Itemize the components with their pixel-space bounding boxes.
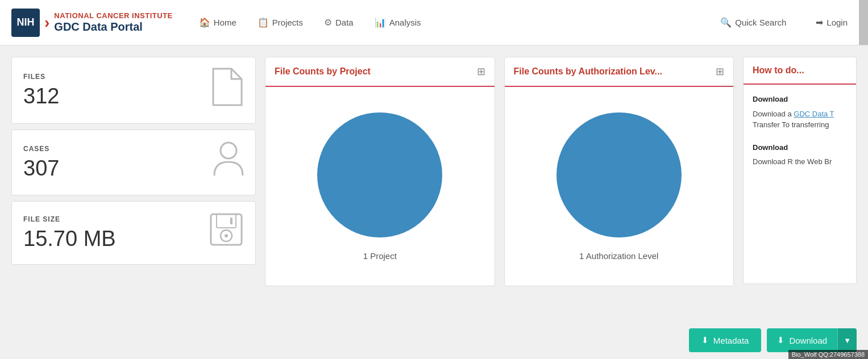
howto-section-1-text-after: Transfer To transferring [753, 120, 829, 129]
nav-data-label: Data [335, 18, 354, 27]
files-stat-card: FILES 312 [11, 57, 256, 124]
home-icon: 🏠 [199, 17, 210, 28]
login-icon: ➡ [816, 17, 823, 28]
howto-title: How to do... [753, 65, 804, 75]
howto-section-1-link[interactable]: GDC Data T [794, 110, 834, 118]
filesize-stat-info: FILE SIZE 15.70 MB [23, 215, 116, 251]
download-label: Download [789, 336, 827, 345]
chart-by-project-title: File Counts by Project [275, 66, 371, 77]
filesize-label: FILE SIZE [23, 215, 116, 223]
nav-links: 🏠 Home 📋 Projects ⚙ Data 📊 Analysis [190, 12, 711, 32]
chart-by-auth-body: 1 Authorization Level [505, 87, 734, 286]
metadata-icon: ⬇ [701, 335, 709, 345]
analysis-icon: 📊 [375, 17, 386, 28]
download-dropdown-button[interactable]: ▼ [837, 328, 857, 352]
download-icon: ⬇ [777, 335, 784, 345]
main-content: FILES 312 CASES 307 [0, 45, 868, 359]
brand-bottom: GDC Data Portal [54, 20, 172, 34]
howto-section-1-text: Download a GDC Data T Transfer To transf… [753, 108, 847, 131]
nav-analysis-label: Analysis [389, 18, 421, 27]
scrollbar[interactable] [859, 0, 868, 45]
projects-icon: 📋 [258, 17, 269, 28]
files-label: FILES [23, 73, 59, 81]
cases-stat-info: CASES 307 [23, 145, 59, 181]
svg-point-4 [225, 234, 228, 237]
login-label: Login [827, 18, 848, 27]
disk-icon [209, 212, 244, 254]
metadata-button[interactable]: ⬇ Metadata [689, 328, 762, 352]
quick-search-label: Quick Search [735, 18, 786, 27]
cases-value: 307 [23, 156, 59, 181]
chart-by-project-header: File Counts by Project ⊞ [265, 57, 495, 87]
svg-point-0 [221, 143, 236, 158]
cases-label: CASES [23, 145, 59, 153]
chart-by-project: File Counts by Project ⊞ 1 Project [265, 57, 495, 286]
howto-section-1-title: Download [753, 94, 847, 105]
chart-by-auth-table-icon[interactable]: ⊞ [716, 65, 724, 78]
filesize-value: 15.70 MB [23, 227, 116, 251]
svg-rect-5 [230, 218, 232, 224]
stats-column: FILES 312 CASES 307 [11, 57, 256, 265]
howto-header: How to do... [744, 57, 856, 85]
pie-circle-project [317, 112, 442, 237]
chart-by-auth-pie [556, 112, 682, 237]
file-icon [210, 68, 244, 113]
quick-search-link[interactable]: 🔍 Quick Search [711, 12, 795, 32]
brand-top: NATIONAL CANCER INSTITUTE [54, 11, 172, 20]
howto-section-2: Download Download R the Web Br [753, 142, 847, 168]
howto-panel: How to do... Download Download a GDC Dat… [743, 57, 857, 284]
nav-home-label: Home [214, 18, 236, 27]
watermark: Bio_Wolf QQ:2749657388 [788, 350, 868, 359]
nav-data[interactable]: ⚙ Data [315, 12, 363, 32]
chart-by-project-table-icon[interactable]: ⊞ [477, 65, 485, 78]
nav-home[interactable]: 🏠 Home [190, 12, 246, 32]
filesize-stat-card: FILE SIZE 15.70 MB [11, 201, 256, 265]
download-button[interactable]: ⬇ Download [767, 328, 837, 352]
data-icon: ⚙ [324, 17, 332, 28]
howto-section-1: Download Download a GDC Data T Transfer … [753, 94, 847, 131]
navbar: NIH › NATIONAL CANCER INSTITUTE GDC Data… [0, 0, 868, 45]
brand-text: NATIONAL CANCER INSTITUTE GDC Data Porta… [54, 11, 172, 34]
files-value: 312 [23, 84, 59, 108]
person-icon [213, 140, 244, 185]
svg-rect-2 [217, 214, 236, 228]
chart-by-project-pie [317, 112, 442, 237]
login-link[interactable]: ➡ Login [807, 12, 857, 32]
chart-by-auth-title: File Counts by Authorization Lev... [514, 66, 662, 77]
howto-section-2-text: Download R the Web Br [753, 156, 847, 168]
nav-analysis[interactable]: 📊 Analysis [366, 12, 430, 32]
pie-circle-auth [556, 112, 682, 237]
download-split-button: ⬇ Download ▼ [767, 328, 857, 352]
howto-section-1-text-before: Download a [753, 110, 792, 118]
search-icon: 🔍 [720, 17, 732, 28]
howto-body: Download Download a GDC Data T Transfer … [744, 85, 856, 188]
chart-by-auth: File Counts by Authorization Lev... ⊞ 1 … [504, 57, 734, 286]
nav-right: 🔍 Quick Search ➡ Login [711, 12, 857, 32]
chart-by-auth-header: File Counts by Authorization Lev... ⊞ [505, 57, 734, 87]
howto-section-2-title: Download [753, 142, 847, 153]
chart-by-auth-label: 1 Authorization Level [579, 251, 658, 261]
chart-by-project-label: 1 Project [363, 251, 397, 261]
files-stat-info: FILES 312 [23, 73, 59, 108]
nav-projects-label: Projects [272, 18, 303, 27]
metadata-label: Metadata [713, 336, 749, 345]
bottom-bar: ⬇ Metadata ⬇ Download ▼ [0, 322, 868, 359]
chart-by-project-body: 1 Project [265, 87, 495, 286]
cases-stat-card: CASES 307 [11, 130, 256, 195]
nav-projects[interactable]: 📋 Projects [248, 12, 312, 32]
nih-chevron-icon: › [44, 14, 49, 32]
howto-section-2-text-before: Download R the Web Br [753, 157, 832, 166]
nih-logo: NIH [11, 9, 40, 37]
brand: NIH › NATIONAL CANCER INSTITUTE GDC Data… [11, 9, 173, 37]
